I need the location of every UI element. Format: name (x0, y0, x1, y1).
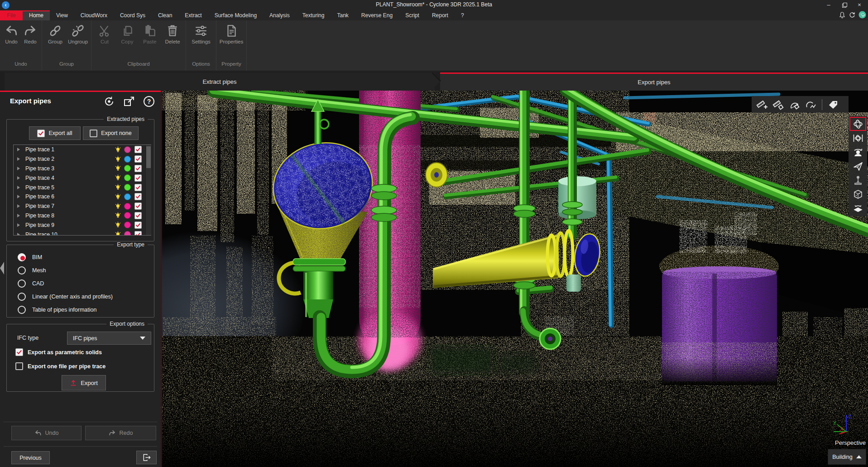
visibility-bulb-icon[interactable] (115, 156, 121, 163)
menu-item-report[interactable]: Report (426, 10, 455, 20)
pipe-color-swatch[interactable] (124, 193, 131, 200)
cut-button[interactable]: Cut (93, 24, 116, 44)
menu-item-tank[interactable]: Tank (331, 10, 355, 20)
pipe-trace-row[interactable]: Pipe trace 2 (14, 154, 151, 164)
visibility-bulb-icon[interactable] (115, 231, 121, 236)
one-file-per-trace-option[interactable]: Export one file per pipe trace (15, 362, 106, 370)
pipe-export-checkbox[interactable] (134, 184, 142, 191)
properties-button[interactable]: Properties (218, 24, 245, 44)
pipe-export-checkbox[interactable] (134, 155, 142, 163)
leica-badge-icon[interactable] (858, 11, 866, 19)
menu-item-extract[interactable]: Extract (178, 10, 208, 20)
radio-icon[interactable] (18, 306, 26, 314)
pipe-export-checkbox[interactable] (134, 231, 142, 236)
tab-export-pipes[interactable]: Export pipes (440, 72, 868, 91)
export-all-checkbox[interactable] (37, 130, 45, 137)
panel-collapse-handle[interactable] (0, 262, 4, 274)
panel-redo-button[interactable]: Redo (85, 426, 156, 440)
pipe-color-swatch[interactable] (124, 221, 131, 228)
export-none-checkbox[interactable] (90, 130, 97, 137)
radio-icon[interactable] (18, 279, 26, 288)
pipe-trace-row[interactable]: Pipe trace 1 (14, 145, 151, 154)
pipe-trace-row[interactable]: Pipe trace 6 (14, 192, 151, 202)
viewport-canvas[interactable]: .pd{stroke:#1C5E12;fill:none;stroke-line… (161, 91, 868, 467)
settings-button[interactable]: Settings (188, 24, 214, 44)
panel-undo-button[interactable]: Undo (11, 426, 82, 440)
delete-button[interactable]: Delete (161, 24, 184, 44)
expand-chevron-icon[interactable] (17, 195, 20, 198)
menu-item-texturing[interactable]: Texturing (296, 10, 331, 20)
pipe-trace-row[interactable]: Pipe trace 8 (14, 211, 151, 221)
visibility-bulb-icon[interactable] (115, 146, 121, 153)
pipe-trace-row[interactable]: Pipe trace 3 (14, 164, 151, 173)
parametric-solids-checkbox[interactable] (15, 348, 23, 356)
menu-item-analysis[interactable]: Analysis (263, 10, 296, 20)
menu-item-view[interactable]: View (50, 10, 74, 20)
export-none-button[interactable]: Export none (83, 126, 139, 140)
expand-chevron-icon[interactable] (17, 186, 20, 189)
radio-option-mesh[interactable]: Mesh (7, 264, 154, 277)
pipe-color-swatch[interactable] (124, 212, 131, 219)
measure-angle-icon[interactable] (788, 98, 801, 111)
expand-chevron-icon[interactable] (17, 233, 20, 236)
orbit-icon[interactable] (849, 117, 866, 131)
pipe-export-checkbox[interactable] (134, 174, 142, 182)
radio-option-linear-center-axis-and-profiles-[interactable]: Linear (Center axis and profiles) (7, 290, 154, 303)
measure-add-icon[interactable] (755, 98, 769, 111)
radio-option-table-of-pipes-information[interactable]: Table of pipes information (7, 303, 154, 316)
menu-item--[interactable]: ? (455, 10, 470, 20)
menu-item-home[interactable]: Home (23, 10, 50, 20)
pipe-trace-row[interactable]: Pipe trace 4 (14, 173, 151, 183)
undo-button[interactable]: Undo (2, 24, 21, 44)
restore-button[interactable] (836, 0, 852, 10)
menu-item-clean[interactable]: Clean (152, 10, 178, 20)
copy-button[interactable]: Copy (116, 24, 139, 44)
turntable-icon[interactable] (849, 201, 866, 215)
close-button[interactable]: × (852, 0, 867, 10)
radio-icon[interactable] (18, 266, 26, 274)
visibility-bulb-icon[interactable] (115, 193, 121, 200)
tab-extract-pipes[interactable]: Extract pipes (5, 72, 435, 91)
visibility-bulb-icon[interactable] (115, 203, 121, 210)
expand-chevron-icon[interactable] (17, 204, 20, 208)
pipe-color-swatch[interactable] (124, 203, 131, 210)
constrained-orbit-icon[interactable] (849, 131, 866, 145)
expand-chevron-icon[interactable] (17, 148, 20, 151)
expand-chevron-icon[interactable] (17, 214, 20, 217)
pipe-export-checkbox[interactable] (134, 165, 142, 172)
measure-angle-line-icon[interactable] (804, 98, 818, 111)
detach-panel-icon[interactable] (123, 95, 135, 108)
expand-chevron-icon[interactable] (17, 223, 20, 227)
pipe-export-checkbox[interactable] (134, 212, 142, 219)
pipe-color-swatch[interactable] (124, 165, 131, 172)
expand-chevron-icon[interactable] (17, 176, 20, 180)
menu-item-surface-modeling[interactable]: Surface Modeling (208, 10, 263, 20)
help-icon[interactable]: ? (143, 95, 155, 108)
parametric-solids-option[interactable]: Export as parametric solids (15, 348, 102, 356)
pipe-color-swatch[interactable] (124, 174, 131, 181)
pipe-export-checkbox[interactable] (134, 146, 142, 153)
one-file-per-trace-checkbox[interactable] (15, 362, 23, 370)
pipe-trace-row[interactable]: Pipe trace 9 (14, 220, 151, 230)
view-cube-icon[interactable] (849, 187, 866, 201)
menu-item-file[interactable]: File (0, 10, 23, 20)
radio-icon[interactable] (18, 293, 26, 301)
visibility-bulb-icon[interactable] (115, 212, 121, 219)
level-selector-button[interactable]: Building (828, 449, 866, 465)
pipe-color-swatch[interactable] (124, 231, 131, 236)
export-button[interactable]: Export (62, 375, 106, 390)
group-button[interactable]: Group (44, 24, 67, 44)
pipe-trace-row[interactable]: Pipe trace 7 (14, 202, 151, 211)
radio-option-bim[interactable]: BIM (7, 250, 154, 264)
expand-chevron-icon[interactable] (17, 167, 20, 170)
expand-chevron-icon[interactable] (17, 157, 20, 161)
pipe-export-checkbox[interactable] (134, 202, 142, 210)
tag-icon[interactable] (826, 98, 840, 111)
visibility-bulb-icon[interactable] (115, 165, 121, 172)
visibility-bulb-icon[interactable] (115, 184, 121, 191)
ifc-type-dropdown[interactable]: IFC pipes (67, 332, 151, 345)
bell-icon[interactable] (839, 11, 846, 19)
menu-item-coord-sys[interactable]: Coord Sys (114, 10, 152, 20)
sync-icon[interactable] (849, 11, 856, 19)
visibility-bulb-icon[interactable] (115, 221, 121, 228)
